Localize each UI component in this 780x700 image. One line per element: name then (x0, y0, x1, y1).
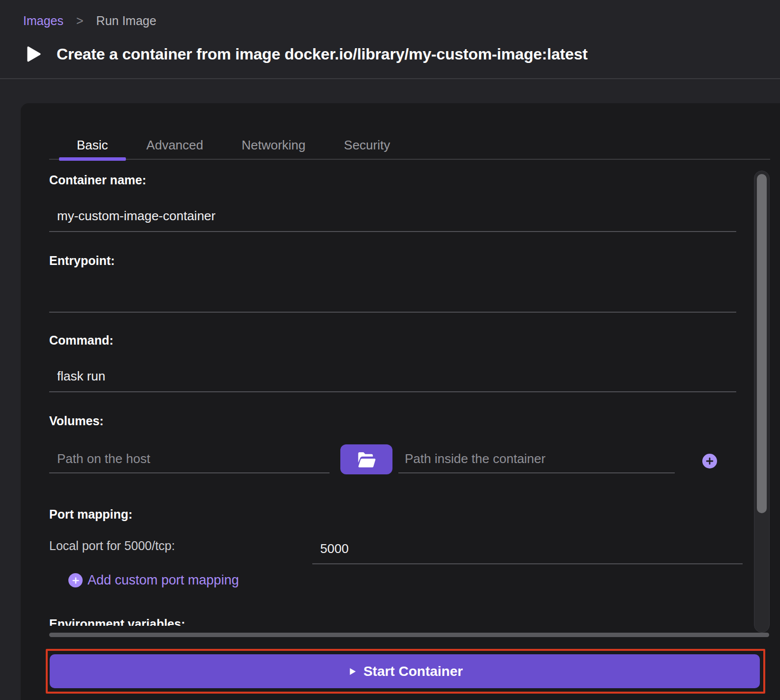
tab-basic[interactable]: Basic (59, 130, 126, 160)
volume-container-path-input[interactable] (398, 445, 675, 473)
tab-networking-label: Networking (241, 138, 305, 153)
local-port-label: Local port for 5000/tcp: (49, 539, 175, 553)
tab-basic-label: Basic (77, 138, 108, 153)
title-row: Create a container from image docker.io/… (22, 41, 588, 67)
add-custom-port-mapping-label: Add custom port mapping (88, 573, 239, 588)
command-input[interactable] (49, 361, 736, 392)
tab-networking[interactable]: Networking (224, 130, 323, 160)
tab-advanced[interactable]: Advanced (129, 130, 221, 160)
play-icon (22, 41, 43, 67)
start-container-label: Start Container (363, 664, 463, 679)
plus-circle-icon (68, 573, 83, 587)
start-container-button[interactable]: Start Container (50, 654, 760, 688)
breadcrumb-link-images[interactable]: Images (23, 14, 63, 28)
add-custom-port-mapping-button[interactable]: Add custom port mapping (68, 573, 239, 588)
vertical-scrollbar-track[interactable] (754, 171, 770, 633)
port-mapping-label: Port mapping: (49, 507, 132, 522)
container-name-input[interactable] (49, 201, 736, 232)
tab-bar: Basic Advanced Networking Security (49, 130, 770, 160)
plus-icon (705, 456, 715, 466)
volumes-label: Volumes: (49, 414, 104, 428)
page-header: Images > Run Image Create a container fr… (0, 0, 780, 79)
play-small-icon (347, 665, 358, 678)
breadcrumb-separator: > (76, 14, 84, 28)
tab-security-label: Security (344, 138, 390, 153)
tabs: Basic Advanced Networking Security (59, 130, 408, 160)
local-port-input[interactable] (312, 534, 743, 564)
page-title: Create a container from image docker.io/… (57, 45, 588, 63)
vertical-scrollbar-thumb[interactable] (757, 174, 767, 513)
breadcrumb: Images > Run Image (23, 14, 156, 28)
horizontal-scrollbar-thumb[interactable] (49, 633, 769, 637)
folder-open-icon (357, 452, 376, 467)
environment-variables-label-clipped: Environment variables: (49, 616, 185, 626)
breadcrumb-current-run-image: Run Image (96, 14, 156, 28)
tab-security[interactable]: Security (326, 130, 408, 160)
volume-host-path-input[interactable] (49, 445, 330, 473)
command-label: Command: (49, 333, 114, 348)
run-image-screen: Images > Run Image Create a container fr… (0, 0, 780, 700)
tab-advanced-label: Advanced (147, 138, 204, 153)
run-image-dialog: Basic Advanced Networking Security Conta… (21, 103, 780, 700)
entrypoint-label: Entrypoint: (49, 254, 115, 268)
container-name-label: Container name: (49, 173, 146, 187)
browse-host-path-button[interactable] (340, 444, 392, 474)
add-volume-button[interactable] (702, 454, 717, 468)
entrypoint-input[interactable] (49, 280, 736, 313)
